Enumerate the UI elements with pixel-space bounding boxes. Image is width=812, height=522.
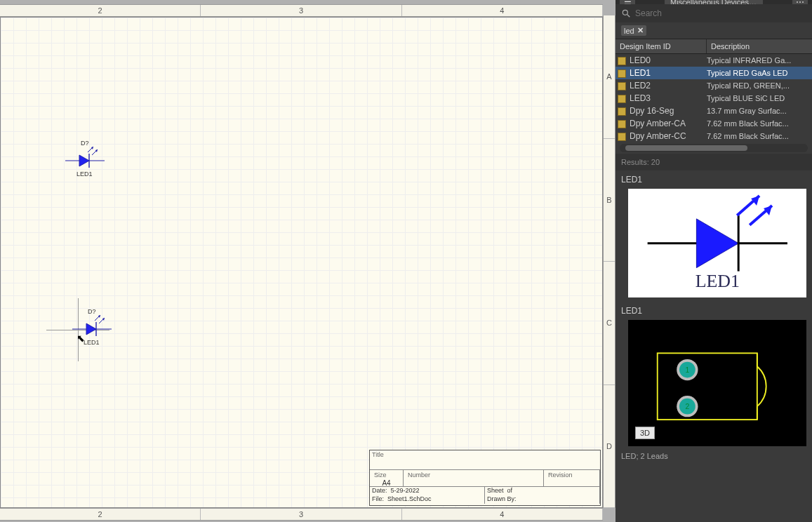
component-row-LED1[interactable]: LED1Typical RED GaAs LED bbox=[615, 67, 812, 79]
component-desc: Typical BLUE SiC LED bbox=[707, 94, 812, 102]
component-icon bbox=[615, 55, 628, 65]
ruler-top: 2 3 4 bbox=[0, 4, 603, 17]
component-id: Dpy Amber-CC bbox=[628, 131, 707, 141]
component-id: LED1 bbox=[628, 68, 707, 78]
symbol-preview-text: LED1 bbox=[695, 270, 739, 290]
component-icon bbox=[615, 119, 628, 128]
search-icon bbox=[621, 8, 631, 18]
filter-chip-clear[interactable]: ✕ bbox=[637, 26, 644, 35]
grid-body: LED0Typical INFRARED Ga...LED1Typical RE… bbox=[615, 54, 812, 142]
svg-line-15 bbox=[627, 15, 630, 18]
svg-marker-8 bbox=[86, 323, 96, 335]
component-row-Dpy-16-Seg[interactable]: Dpy 16-Seg13.7 mm Gray Surfac... bbox=[615, 105, 812, 117]
component-row-LED0[interactable]: LED0Typical INFRARED Ga... bbox=[615, 54, 812, 67]
component-icon bbox=[615, 93, 628, 102]
footprint-preview-label: LED1 bbox=[615, 302, 812, 320]
component-desc: 7.62 mm Black Surfac... bbox=[707, 119, 812, 128]
footprint-preview[interactable]: 1 2 3D bbox=[628, 320, 806, 446]
component-desc: Typical INFRARED Ga... bbox=[707, 56, 812, 65]
component-led1-placed[interactable]: D? LED1 bbox=[64, 144, 106, 178]
schematic-canvas[interactable]: 2 3 4 A B C D D? LED1 D? bbox=[0, 0, 615, 522]
component-desc: 7.62 mm Black Surfac... bbox=[707, 132, 812, 140]
component-row-LED3[interactable]: LED3Typical BLUE SiC LED bbox=[615, 92, 812, 105]
titleblock-file: Sheet1.SchDoc bbox=[387, 495, 432, 502]
search-input[interactable] bbox=[635, 8, 806, 18]
filter-chip-label: led bbox=[624, 27, 634, 35]
designator: D? bbox=[81, 140, 89, 147]
footprint-description: LED; 2 Leads bbox=[615, 450, 812, 462]
col-header-desc[interactable]: Description bbox=[707, 39, 812, 53]
component-icon bbox=[615, 81, 628, 90]
component-id: Dpy Amber-CA bbox=[628, 119, 707, 128]
schematic-sheet[interactable]: D? LED1 D? bbox=[0, 17, 603, 508]
title-block: Title Size A4 Number Revision Date: 5-29… bbox=[369, 450, 601, 506]
svg-marker-1 bbox=[79, 155, 89, 166]
component-row-Dpy-Amber-CA[interactable]: Dpy Amber-CA7.62 mm Black Surfac... bbox=[615, 117, 812, 130]
results-count: Results: 20 bbox=[615, 154, 812, 170]
horizontal-scrollbar[interactable] bbox=[620, 144, 808, 152]
component-row-Dpy-Amber-CC[interactable]: Dpy Amber-CC7.62 mm Black Surfac... bbox=[615, 130, 812, 142]
component-desc: Typical RED, GREEN,... bbox=[707, 81, 812, 90]
component-id: Dpy 16-Seg bbox=[628, 106, 707, 116]
component-id: LED2 bbox=[628, 81, 707, 91]
svg-rect-23 bbox=[658, 353, 757, 420]
titleblock-rev-label: Revision bbox=[546, 471, 575, 479]
component-row-LED2[interactable]: LED2Typical RED, GREEN,... bbox=[615, 79, 812, 92]
component-icon bbox=[615, 131, 628, 140]
ruler-bottom: 2 3 4 bbox=[0, 508, 603, 521]
component-icon bbox=[615, 68, 628, 77]
col-header-id[interactable]: Design Item ID bbox=[615, 39, 707, 53]
titleblock-sheet-label: Sheet bbox=[487, 487, 504, 494]
component-desc: 13.7 mm Gray Surfac... bbox=[707, 107, 812, 115]
filter-chip[interactable]: led ✕ bbox=[621, 25, 646, 36]
component-value: LED1 bbox=[76, 170, 93, 178]
titleblock-date-label: Date: bbox=[372, 487, 387, 494]
component-id: LED0 bbox=[628, 55, 707, 65]
titleblock-title-label: Title bbox=[370, 450, 386, 469]
component-value: LED1 bbox=[84, 339, 100, 346]
search-row bbox=[615, 4, 812, 22]
symbol-preview-label: LED1 bbox=[615, 170, 812, 189]
view-3d-button[interactable]: 3D bbox=[635, 427, 655, 439]
svg-point-14 bbox=[623, 10, 627, 15]
titleblock-size: A4 bbox=[372, 479, 401, 487]
titleblock-size-label: Size bbox=[372, 471, 401, 479]
components-panel: ☰ Miscellaneous Devices.IntLib ⋯ led ✕ D… bbox=[615, 0, 812, 522]
component-icon bbox=[615, 106, 628, 115]
designator: D? bbox=[88, 308, 96, 315]
component-desc: Typical RED GaAs LED bbox=[707, 69, 812, 77]
mouse-cursor-icon: ⬉ bbox=[76, 333, 85, 344]
ruler-right: A B C D bbox=[603, 15, 615, 508]
titleblock-drawn-label: Drawn By: bbox=[487, 495, 517, 502]
titleblock-number-label: Number bbox=[406, 471, 432, 479]
titleblock-file-label: File: bbox=[372, 495, 384, 502]
pad-1-label: 1 bbox=[685, 366, 689, 374]
pad-2-label: 2 bbox=[685, 403, 689, 410]
svg-marker-17 bbox=[696, 219, 738, 268]
titleblock-date: 5-29-2022 bbox=[391, 487, 420, 494]
symbol-preview[interactable]: LED1 bbox=[628, 189, 806, 297]
component-id: LED3 bbox=[628, 93, 707, 103]
grid-header: Design Item ID Description bbox=[615, 39, 812, 54]
